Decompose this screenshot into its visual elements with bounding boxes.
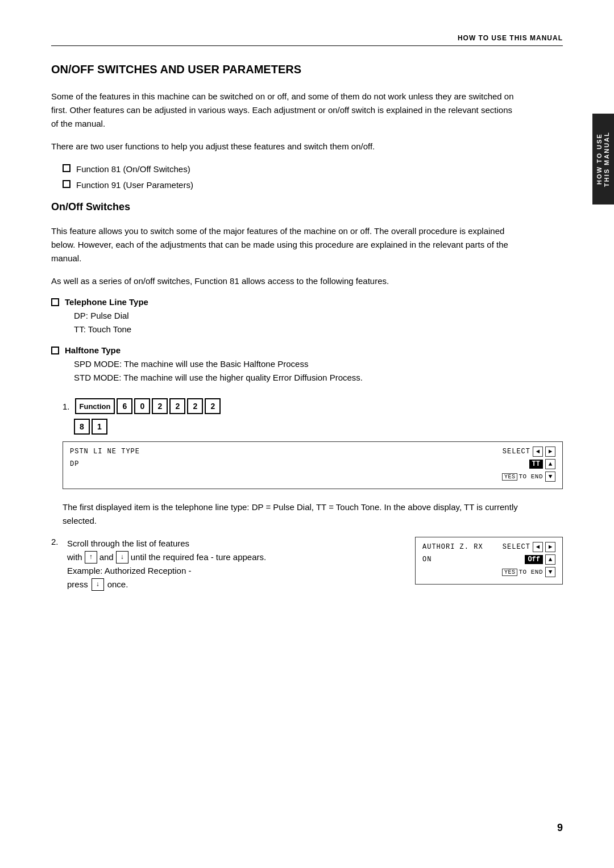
step-2-header: 2. Scroll through the list of features w… <box>51 537 398 591</box>
checkbox-icon <box>51 298 59 306</box>
step-1-description: PSTN LI NE TYPE SELECT ◄ ► DP TT ▲ <box>63 441 563 489</box>
intro-paragraph-1: Some of the features in this machine can… <box>51 90 517 131</box>
lcd-select-label-2: SELECT <box>503 543 530 551</box>
step-2-left: 2. Scroll through the list of features w… <box>51 537 398 591</box>
step-1-section: 1. Function 6 0 2 2 2 2 8 1 PSTN LI NE T… <box>51 398 563 528</box>
lcd-select-area-2: SELECT ◄ ► <box>503 542 555 552</box>
intro-paragraph-2: There are two user functions to help you… <box>51 140 517 153</box>
lcd-footer-right-2: YES TO END ▼ <box>502 567 555 577</box>
halftone-sub-list: SPD MODE: The machine will use the Basic… <box>74 357 563 385</box>
key-0[interactable]: 0 <box>134 398 150 414</box>
step-2-content: 2. Scroll through the list of features w… <box>51 537 563 591</box>
checkbox-icon <box>63 164 70 172</box>
key-8[interactable]: 8 <box>74 419 90 435</box>
list-item: SPD MODE: The machine will use the Basic… <box>74 357 563 371</box>
lcd-right-arrow[interactable]: ► <box>545 446 555 457</box>
lcd-off-selected: Off <box>525 555 543 564</box>
lcd-row-footer-2: YES TO END ▼ <box>422 567 555 577</box>
lcd-row-header: PSTN LI NE TYPE SELECT ◄ ► <box>70 446 555 457</box>
key-6[interactable]: 6 <box>117 398 132 414</box>
list-item: DP: Pulse Dial <box>74 309 563 323</box>
function-key[interactable]: Function <box>75 398 115 414</box>
main-heading: ON/OFF SWITCHES AND USER PARAMETERS <box>51 63 563 76</box>
arrow-down-key[interactable]: ↓ <box>116 551 128 564</box>
step-2-once: once. <box>107 578 128 591</box>
step-2-desc3: until the required fea - ture appears. <box>131 550 266 564</box>
side-tab-text: HOW TO USETHIS MANUAL <box>596 131 611 187</box>
page-wrapper: HOW TO USE THIS MANUAL HOW TO USETHIS MA… <box>0 0 614 868</box>
step-2-section: 2. Scroll through the list of features w… <box>51 537 563 591</box>
lcd-row-values: DP TT ▲ <box>70 459 555 469</box>
sub-paragraph-2: As well as a series of on/off switches, … <box>51 274 517 288</box>
lcd-yes-box-2: YES <box>502 569 518 576</box>
step-2-press-text: press <box>67 578 88 591</box>
header-title: HOW TO USE THIS MANUAL <box>458 34 563 42</box>
key-1[interactable]: 1 <box>92 419 107 435</box>
checkbox-icon <box>63 180 70 188</box>
lcd-to-end-2: TO END <box>518 569 543 575</box>
step-2-text-block: Scroll through the list of features with… <box>67 537 266 591</box>
function-list-item-1: Function 81 (On/Off Switches) <box>76 162 190 176</box>
lcd-to-end: TO END <box>518 473 543 480</box>
feature-telephone-label: Telephone Line Type <box>65 297 148 307</box>
arrow-up-key[interactable]: ↑ <box>85 551 97 564</box>
key-2c[interactable]: 2 <box>187 398 203 414</box>
step-1-text: The first displayed item is the telephon… <box>63 500 529 528</box>
step-2-number: 2. <box>51 537 64 546</box>
lcd-yes-end: YES TO END <box>502 473 543 481</box>
lcd-display-1: PSTN LI NE TYPE SELECT ◄ ► DP TT ▲ <box>63 441 563 489</box>
lcd-down-btn-2[interactable]: ▼ <box>545 567 555 577</box>
lcd-right-arrow-2[interactable]: ► <box>545 542 555 552</box>
telephone-sub-list: DP: Pulse Dial TT: Touch Tone <box>74 309 563 336</box>
step-2-example-label: Example: Authorized Reception - <box>67 564 266 578</box>
lcd-up-btn-2[interactable]: ▲ <box>545 554 555 565</box>
page-number: 9 <box>557 822 563 834</box>
list-item: STD MODE: The machine will use the highe… <box>74 371 563 385</box>
key-2b[interactable]: 2 <box>169 398 185 414</box>
list-item: Function 91 (User Parameters) <box>63 178 563 192</box>
lcd-select-area: SELECT ◄ ► <box>503 446 555 457</box>
lcd-row-footer: YES TO END ▼ <box>70 471 555 482</box>
sub-paragraph-1: This feature allows you to switch some o… <box>51 224 517 265</box>
lcd-on-value: ON <box>422 556 432 564</box>
lcd-label-1: PSTN LI NE TYPE <box>70 448 140 456</box>
step-1-number: 1. <box>63 402 70 411</box>
lcd-row-header-2: AUTHORI Z. RX SELECT ◄ ► <box>422 542 555 552</box>
lcd-left-arrow-2[interactable]: ◄ <box>533 542 543 552</box>
arrow-down-press-key[interactable]: ↓ <box>92 578 104 591</box>
function-list: Function 81 (On/Off Switches) Function 9… <box>63 162 563 192</box>
lcd-tt-selected: TT <box>529 460 543 469</box>
lcd-display-2: AUTHORI Z. RX SELECT ◄ ► ON Off ▲ <box>415 537 563 585</box>
key-2d[interactable]: 2 <box>205 398 221 414</box>
features-section: Telephone Line Type DP: Pulse Dial TT: T… <box>51 297 563 385</box>
lcd-right-values-2: Off ▲ <box>525 554 555 565</box>
lcd-down-btn[interactable]: ▼ <box>545 471 555 482</box>
feature-halftone-label: Halftone Type <box>65 345 121 355</box>
lcd-right-values: TT ▲ <box>529 459 555 469</box>
function-list-item-2: Function 91 (User Parameters) <box>76 178 193 192</box>
top-header: HOW TO USE THIS MANUAL <box>51 34 563 46</box>
step-2-right: AUTHORI Z. RX SELECT ◄ ► ON Off ▲ <box>415 537 563 585</box>
lcd-left-arrow[interactable]: ◄ <box>533 446 543 457</box>
feature-halftone: Halftone Type <box>51 345 563 355</box>
list-item: Function 81 (On/Off Switches) <box>63 162 563 176</box>
lcd-footer-right: YES TO END ▼ <box>502 471 555 482</box>
step-1-keys: 1. Function 6 0 2 2 2 2 8 1 <box>51 398 563 435</box>
list-item: TT: Touch Tone <box>74 323 563 336</box>
lcd-up-btn[interactable]: ▲ <box>545 459 555 469</box>
lcd-dp-value: DP <box>70 460 79 468</box>
key-2a[interactable]: 2 <box>152 398 168 414</box>
lcd-select-label: SELECT <box>503 448 530 456</box>
lcd-row-values-2: ON Off ▲ <box>422 554 555 565</box>
step-2-desc2: with ↑ and ↓ until the required fea - tu… <box>67 550 266 564</box>
step-1-content: PSTN LI NE TYPE SELECT ◄ ► DP TT ▲ <box>63 441 563 489</box>
checkbox-icon <box>51 347 59 354</box>
step-2-and: and <box>99 550 114 564</box>
step-2-desc1: Scroll through the list of features <box>67 537 266 550</box>
step-2-example-press: press ↓ once. <box>67 578 266 591</box>
step-2-with: with <box>67 550 82 564</box>
side-tab: HOW TO USETHIS MANUAL <box>592 114 614 205</box>
lcd-label-2: AUTHORI Z. RX <box>422 543 483 551</box>
lcd-yes-end-2: YES TO END <box>502 569 543 576</box>
feature-telephone: Telephone Line Type <box>51 297 563 307</box>
